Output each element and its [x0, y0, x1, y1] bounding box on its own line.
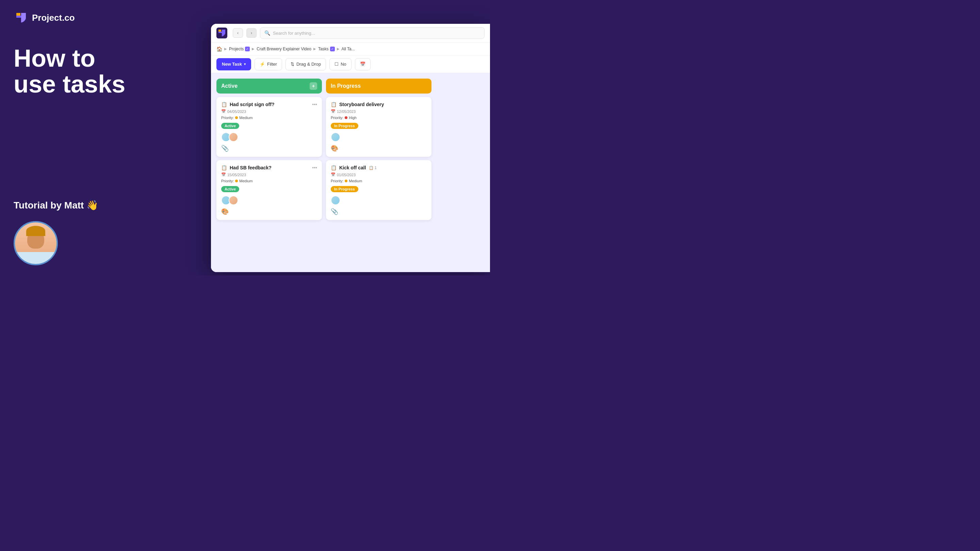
avatar [229, 132, 238, 142]
bc-arrow-3: ▶ [313, 47, 316, 51]
task-type-icon: 📋 [221, 102, 227, 107]
bc-all-tasks[interactable]: All Ta... [342, 47, 355, 51]
inprogress-column-header: In Progress [326, 79, 431, 94]
drag-drop-button[interactable]: ⇅ Drag & Drop [285, 58, 326, 70]
dropdown-arrow-icon: ▾ [244, 62, 246, 66]
filter-button[interactable]: ⚡ Filter [255, 58, 282, 70]
calendar-icon: 📅 [221, 109, 226, 114]
calendar-button[interactable]: 📅 [355, 58, 371, 70]
new-task-button[interactable]: New Task ▾ [216, 58, 251, 70]
task-type-icon: 📋 [331, 102, 337, 107]
app-window: ‹ › 🔍 Search for anything... 🏠 ▶ Project… [211, 24, 490, 272]
card-title-row: 📋 Kick off call 📋 1 [331, 165, 377, 170]
search-icon: 🔍 [264, 30, 270, 36]
priority-dot [235, 116, 238, 119]
active-column-header: Active + [216, 79, 322, 94]
task-card: 📋 Had SB feedback? ••• 📅 15/05/2023 Prio… [216, 160, 322, 220]
brand-name: Project.co [32, 13, 75, 23]
kanban-area: Active + 📋 Had script sign off? ••• 📅 04… [211, 73, 490, 272]
priority-dot [345, 116, 347, 119]
task-assignees [331, 195, 427, 205]
search-bar[interactable]: 🔍 Search for anything... [260, 27, 485, 39]
logo-icon [14, 10, 29, 25]
attachment-icon: 📎 [221, 144, 317, 152]
task-priority: Priority: High [331, 116, 427, 120]
drag-drop-icon: ⇅ [291, 62, 294, 67]
status-badge: In Progress [331, 123, 358, 129]
task-card: 📋 Had script sign off? ••• 📅 04/05/2023 … [216, 97, 322, 157]
avatar-face [15, 222, 56, 264]
task-priority: Priority: Medium [221, 116, 317, 120]
task-priority: Priority: Medium [331, 179, 427, 183]
task-date: 📅 04/05/2023 [221, 109, 317, 114]
status-badge: Active [221, 186, 239, 192]
priority-dot [235, 179, 238, 182]
back-button[interactable]: ‹ [233, 28, 243, 38]
bc-projects[interactable]: Projects ✓ [229, 47, 250, 51]
card-top: 📋 Storyboard delivery [331, 102, 427, 107]
task-priority: Priority: Medium [221, 179, 317, 183]
task-title: Kick off call [339, 165, 366, 170]
topbar: ‹ › 🔍 Search for anything... [211, 24, 490, 43]
bc-tasks[interactable]: Tasks ✓ [318, 47, 335, 51]
inprogress-column: In Progress 📋 Storyboard delivery 📅 12/0… [326, 79, 431, 267]
active-column: Active + 📋 Had script sign off? ••• 📅 04… [216, 79, 322, 267]
avatar [229, 195, 238, 205]
filter-icon: ⚡ [259, 62, 265, 67]
avatar [331, 132, 340, 142]
task-date: 📅 12/05/2023 [331, 109, 427, 114]
avatar-shirt [15, 252, 56, 264]
active-add-button[interactable]: + [310, 82, 317, 90]
card-title-row: 📋 Had SB feedback? [221, 165, 272, 170]
bc-arrow-2: ▶ [252, 47, 255, 51]
priority-dot [345, 179, 347, 182]
task-card: 📋 Kick off call 📋 1 📅 01/05/2023 Priorit… [326, 160, 431, 220]
card-menu-button[interactable]: ••• [312, 165, 317, 170]
task-type-icon: 📋 [331, 165, 337, 170]
search-input[interactable]: Search for anything... [273, 30, 315, 36]
task-type-icon: 📋 [221, 165, 227, 170]
home-icon[interactable]: 🏠 [216, 46, 222, 52]
attachment-icon: 🎨 [221, 208, 317, 215]
card-menu-button[interactable]: ••• [312, 102, 317, 107]
task-title: Storyboard delivery [339, 102, 384, 107]
logo-area: Project.co [14, 10, 136, 25]
checkbox-icon: ☐ [334, 62, 339, 67]
tutorial-line: Tutorial by Matt 👋 [14, 200, 136, 211]
task-date: 📅 01/05/2023 [331, 172, 427, 177]
active-column-label: Active [221, 83, 237, 89]
calendar-icon: 📅 [331, 172, 336, 177]
attachment-icon: 🎨 [331, 144, 427, 152]
task-assignees [331, 132, 427, 142]
forward-button[interactable]: › [247, 28, 256, 38]
card-top: 📋 Had script sign off? ••• [221, 102, 317, 107]
inprogress-column-label: In Progress [331, 83, 361, 89]
task-count: 📋 1 [369, 166, 377, 170]
task-card: 📋 Storyboard delivery 📅 12/05/2023 Prior… [326, 97, 431, 157]
left-panel: Project.co How to use tasks Tutorial by … [0, 0, 150, 275]
bc-arrow-1: ▶ [224, 47, 227, 51]
card-title-row: 📋 Storyboard delivery [331, 102, 384, 107]
card-title-row: 📋 Had script sign off? [221, 102, 274, 107]
headline: How to use tasks [14, 46, 136, 189]
status-badge: In Progress [331, 186, 358, 192]
task-assignees [221, 132, 317, 142]
tasks-check-icon: ✓ [330, 47, 335, 51]
task-assignees [221, 195, 317, 205]
task-title: Had SB feedback? [230, 165, 272, 170]
breadcrumb: 🏠 ▶ Projects ✓ ▶ Craft Brewery Explainer… [211, 43, 490, 56]
toolbar: New Task ▾ ⚡ Filter ⇅ Drag & Drop ☐ No 📅 [211, 56, 490, 73]
bc-project-name[interactable]: Craft Brewery Explainer Video [256, 47, 311, 51]
calendar-icon: 📅 [221, 172, 226, 177]
topbar-logo-icon [216, 27, 227, 38]
status-badge: Active [221, 123, 239, 129]
calendar-icon: 📅 [360, 62, 366, 67]
bc-arrow-4: ▶ [337, 47, 340, 51]
task-title: Had script sign off? [230, 102, 274, 107]
avatar [14, 221, 58, 265]
projects-check-icon: ✓ [245, 47, 250, 51]
card-top: 📋 Had SB feedback? ••• [221, 165, 317, 170]
no-button[interactable]: ☐ No [329, 58, 352, 70]
card-top: 📋 Kick off call 📋 1 [331, 165, 427, 170]
calendar-icon: 📅 [331, 109, 336, 114]
